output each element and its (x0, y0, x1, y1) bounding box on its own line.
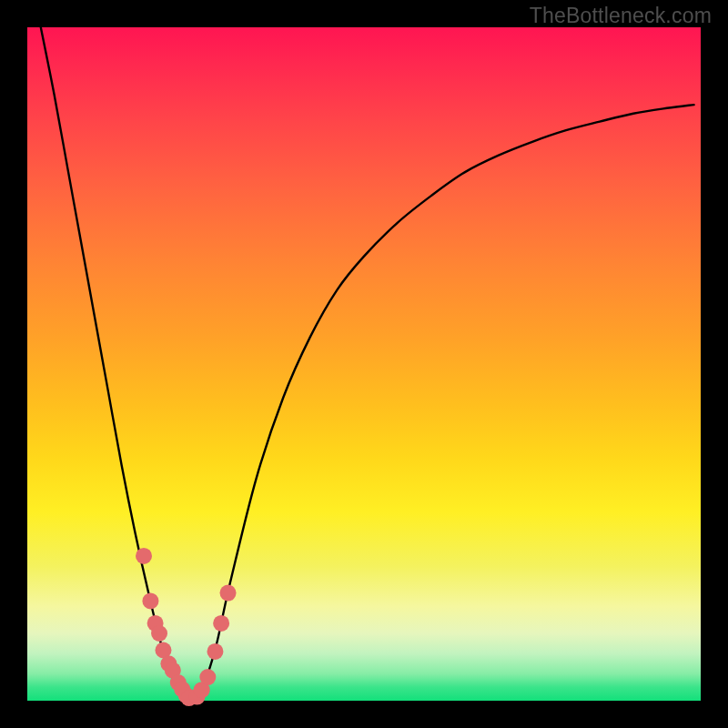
match-dot (142, 592, 158, 609)
chart-svg (27, 27, 701, 701)
match-dot (213, 615, 229, 632)
watermark-text: TheBottleneck.com (530, 4, 712, 28)
match-dot (151, 625, 167, 642)
plot-area (27, 27, 701, 701)
match-dot (199, 669, 216, 685)
match-dot-group (136, 548, 237, 706)
match-dot (207, 643, 223, 660)
chart-frame: TheBottleneck.com (0, 0, 728, 728)
match-dot (220, 585, 237, 602)
match-dot (136, 548, 152, 564)
bottleneck-curve (41, 27, 694, 701)
